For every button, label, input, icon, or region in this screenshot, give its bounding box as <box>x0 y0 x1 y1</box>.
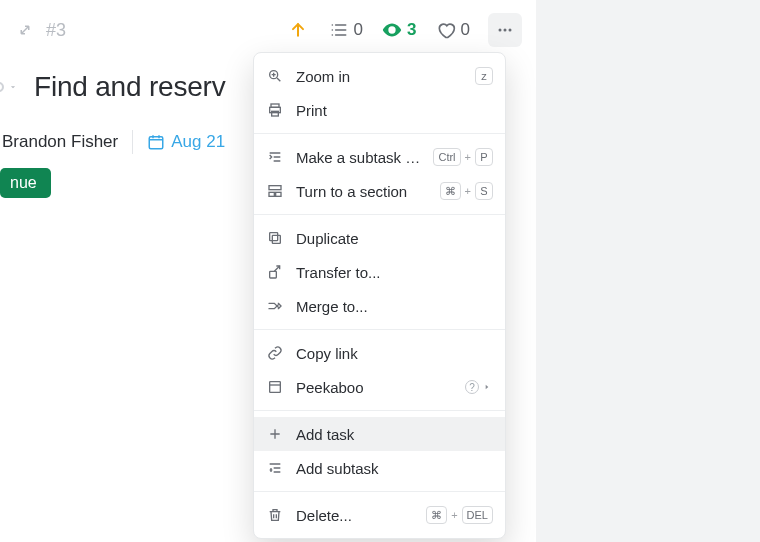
more-button[interactable] <box>488 13 522 47</box>
tag-pill[interactable]: nue <box>0 168 51 198</box>
divider <box>254 329 505 330</box>
menu-delete[interactable]: Delete... ⌘ + DEL <box>254 498 505 532</box>
menu-label: Print <box>296 102 493 119</box>
menu-zoom-in[interactable]: Zoom in z <box>254 59 505 93</box>
section-icon <box>266 182 284 200</box>
plus-icon <box>266 425 284 443</box>
plus: + <box>465 185 471 197</box>
menu-merge[interactable]: Merge to... <box>254 289 505 323</box>
topbar: #3 0 3 0 <box>0 0 536 60</box>
svg-rect-11 <box>276 192 281 196</box>
menu-label: Copy link <box>296 345 493 362</box>
svg-point-2 <box>504 29 507 32</box>
svg-point-3 <box>509 29 512 32</box>
divider <box>254 491 505 492</box>
watchers-count[interactable]: 3 <box>381 19 416 41</box>
kbd-del: DEL <box>462 506 493 524</box>
subtask-of-icon <box>266 148 284 166</box>
svg-rect-12 <box>272 235 280 243</box>
divider <box>132 130 133 154</box>
main-panel: #3 0 3 0 <box>0 0 536 542</box>
kbd-p: P <box>475 148 493 166</box>
svg-rect-13 <box>270 233 278 241</box>
svg-rect-15 <box>270 382 281 393</box>
plus: + <box>451 509 457 521</box>
svg-rect-14 <box>270 271 277 278</box>
menu-add-task[interactable]: Add task <box>254 417 505 451</box>
link-icon <box>266 344 284 362</box>
kbd-cmd: ⌘ <box>426 506 447 524</box>
menu-label: Add task <box>296 426 493 443</box>
assignee-name[interactable]: Brandon Fisher <box>2 132 118 152</box>
transfer-icon <box>266 263 284 281</box>
help-icon: ? <box>465 380 479 394</box>
zoom-in-icon <box>266 67 284 85</box>
menu-transfer[interactable]: Transfer to... <box>254 255 505 289</box>
kbd-s: S <box>475 182 493 200</box>
menu-make-subtask[interactable]: Make a subtask of... Ctrl + P <box>254 140 505 174</box>
menu-copy-link[interactable]: Copy link <box>254 336 505 370</box>
svg-rect-4 <box>149 137 163 149</box>
likes-value: 0 <box>461 20 470 40</box>
eye-icon <box>381 19 403 41</box>
calendar-icon <box>147 133 165 151</box>
menu-label: Delete... <box>296 507 414 524</box>
menu-turn-section[interactable]: Turn to a section ⌘ + S <box>254 174 505 208</box>
status-bullet-icon[interactable] <box>0 82 4 92</box>
menu-label: Turn to a section <box>296 183 428 200</box>
svg-rect-9 <box>269 186 281 190</box>
menu-label: Duplicate <box>296 230 493 247</box>
svg-point-1 <box>499 29 502 32</box>
add-subtask-icon <box>266 459 284 477</box>
menu-duplicate[interactable]: Duplicate <box>254 221 505 255</box>
kbd-cmd: ⌘ <box>440 182 461 200</box>
due-date-label: Aug 21 <box>171 132 225 152</box>
peekaboo-icon <box>266 378 284 396</box>
menu-peekaboo[interactable]: Peekaboo ? <box>254 370 505 404</box>
divider <box>254 410 505 411</box>
side-panel <box>536 0 760 542</box>
subtasks-value: 0 <box>354 20 363 40</box>
menu-print[interactable]: Print <box>254 93 505 127</box>
subtasks-count[interactable]: 0 <box>328 19 363 41</box>
menu-label: Transfer to... <box>296 264 493 281</box>
heart-icon <box>435 19 457 41</box>
menu-label: Add subtask <box>296 460 493 477</box>
chevron-down-icon[interactable] <box>8 82 18 92</box>
expand-icon[interactable] <box>14 19 36 41</box>
merge-icon <box>266 297 284 315</box>
menu-label: Zoom in <box>296 68 463 85</box>
menu-label: Make a subtask of... <box>296 149 421 166</box>
due-date[interactable]: Aug 21 <box>147 132 225 152</box>
more-menu: Zoom in z Print Make a subtask of... Ctr… <box>253 52 506 539</box>
chevron-right-icon <box>483 382 493 392</box>
print-icon <box>266 101 284 119</box>
arrow-up-icon[interactable] <box>288 19 310 41</box>
divider <box>254 133 505 134</box>
list-icon <box>328 19 350 41</box>
svg-point-0 <box>390 28 394 32</box>
task-number: #3 <box>46 20 66 41</box>
menu-label: Peekaboo <box>296 379 453 396</box>
menu-label: Merge to... <box>296 298 493 315</box>
divider <box>254 214 505 215</box>
task-title[interactable]: Find and reserv <box>34 71 226 103</box>
plus: + <box>465 151 471 163</box>
likes-count[interactable]: 0 <box>435 19 470 41</box>
menu-add-subtask[interactable]: Add subtask <box>254 451 505 485</box>
kbd-ctrl: Ctrl <box>433 148 460 166</box>
svg-rect-10 <box>269 192 274 196</box>
trash-icon <box>266 506 284 524</box>
watchers-value: 3 <box>407 20 416 40</box>
tag-label: nue <box>10 174 37 192</box>
kbd-z: z <box>475 67 493 85</box>
duplicate-icon <box>266 229 284 247</box>
